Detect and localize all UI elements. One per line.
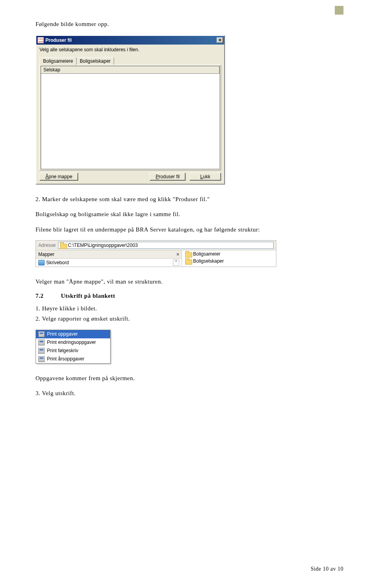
menu-label-3: Print årsoppgaver [47,356,84,362]
btn-close-rest: ukk [203,174,210,179]
page-footer: Side 10 av 10 [311,566,343,572]
folders-pane: Mapper × Skrivebord ^ [36,250,182,267]
column-header-selskap: Selskap [41,66,220,74]
folder-label-1: Boligselskaper [193,258,224,264]
intro-text: Følgende bilde kommer opp. [36,20,343,29]
section-item1: 1. Høyre klikke i bildet. [36,304,343,313]
para4: Velger man "Åpne mappe", vil man se stru… [36,277,343,286]
section-heading: 7.2 Utskrift på blankett [36,293,343,299]
report-icon [38,348,45,354]
desktop-icon [38,260,45,265]
close-button[interactable]: Lukk [190,173,221,181]
folder-icon [60,243,66,248]
produser-fil-dialog: LIGN 2003 Produser fil ✕ Velg alle selsk… [36,35,225,185]
menu-print-folgeskriv[interactable]: Print følgeskriv [36,347,110,355]
address-label: Adresse [38,243,56,248]
page-corner-decor [335,6,343,15]
para6: 3. Velg utskrift. [36,389,343,398]
section-item2: 2. Velge rapporter og ønsket utskrift. [36,314,343,323]
tab-boligsameiere[interactable]: Boligsameiere [39,57,77,65]
dialog-titlebar: LIGN 2003 Produser fil ✕ [36,36,224,45]
menu-label-1: Print endringsoppgaver [47,340,96,345]
open-folder-button[interactable]: Åpne mappe [39,173,78,181]
para5: Oppgavene kommer frem på skjermen. [36,374,343,383]
selskap-listbox[interactable]: Selskap [41,66,220,169]
menu-print-oppgaver[interactable]: Print oppgaver [36,330,110,338]
dialog-instruction: Velg alle selskapene som skal inkluderes… [36,45,224,56]
menu-label-0: Print oppgaver [47,331,78,337]
address-path: C:\TEMP\Ligningsoppgaver\2003 [68,243,138,248]
menu-print-endringsoppgaver[interactable]: Print endringsoppgaver [36,338,110,347]
address-bar: Adresse C:\TEMP\Ligningsoppgaver\2003 [36,241,276,250]
folder-icon [185,251,191,257]
report-icon [38,340,45,345]
address-input[interactable]: C:\TEMP\Ligningsoppgaver\2003 [58,242,274,249]
dialog-title: Produser fil [45,37,217,43]
folder-label-0: Boligsameier [193,251,220,257]
btn-produce-rest: roduser fil [159,174,180,179]
para3: Filene blir lagret til en undermappe på … [36,225,343,234]
tree-desktop-row[interactable]: Skrivebord ^ [36,259,182,267]
btn-open-rest: pne mappe [49,174,72,179]
para2-line1: 2. Marker de selskapene som skal være me… [36,195,343,204]
explorer-snippet: Adresse C:\TEMP\Ligningsoppgaver\2003 Ma… [36,240,276,267]
folder-icon [185,258,191,264]
dialog-tabs: Boligsameiere Boligselskaper [39,57,221,65]
para2-line2: Boligselskap og boligsameie skal ikke la… [36,210,343,219]
menu-label-2: Print følgeskriv [47,348,78,353]
tree-desktop-label: Skrivebord [46,260,69,265]
scroll-up-icon[interactable]: ^ [173,259,179,266]
print-context-menu: Print oppgaver Print endringsoppgaver Pr… [36,330,111,364]
section-title: Utskrift på blankett [61,293,115,299]
tab-boligselskaper[interactable]: Boligselskaper [76,57,114,65]
section-number: 7.2 [36,293,59,299]
report-icon [38,356,45,362]
produce-file-button[interactable]: Produser fil [150,173,186,181]
folder-boligsameier[interactable]: Boligsameier [182,250,276,258]
menu-print-aarsoppgaver[interactable]: Print årsoppgaver [36,355,110,363]
app-icon: LIGN 2003 [38,37,44,43]
close-icon[interactable]: ✕ [217,37,223,43]
files-pane: Boligsameier Boligselskaper [182,250,276,267]
close-pane-icon[interactable]: × [176,252,179,257]
folder-boligselskaper[interactable]: Boligselskaper [182,258,276,265]
tab-panel: Selskap [39,65,221,170]
report-icon [38,331,45,337]
folders-pane-title: Mapper [38,252,54,257]
